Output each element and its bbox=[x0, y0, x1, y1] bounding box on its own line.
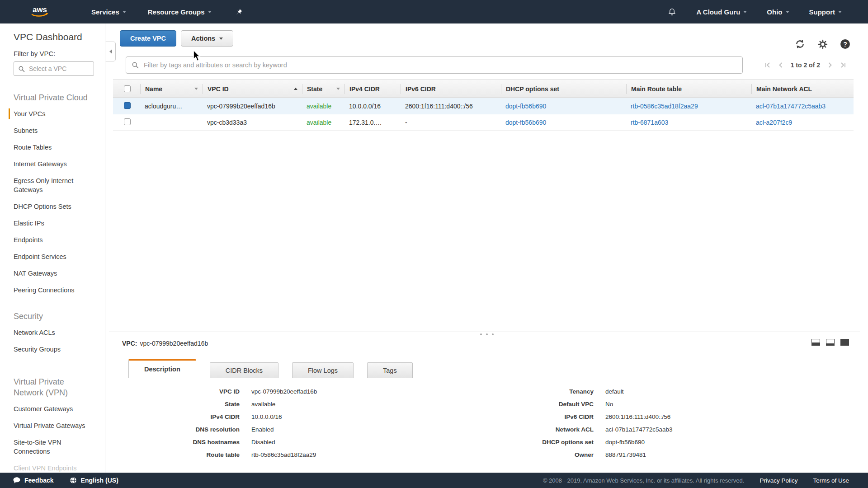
filter-caret-icon[interactable] bbox=[194, 88, 198, 90]
refresh-icon[interactable] bbox=[795, 39, 805, 49]
sidebar-item-subnets[interactable]: Subnets bbox=[14, 126, 96, 135]
column-header-ipv4-cidr[interactable]: IPv4 CIDR bbox=[344, 84, 401, 94]
cell-state: available bbox=[302, 103, 344, 110]
field-network-acl-link[interactable]: acl-07b1a174772c5aab3 bbox=[605, 426, 673, 434]
sidebar-item-nat-gateways[interactable]: NAT Gateways bbox=[14, 269, 96, 278]
sidebar: VPC Dashboard Filter by VPC: Virtual Pri… bbox=[0, 23, 105, 473]
nav-resource-groups-menu[interactable]: Resource Groups bbox=[148, 8, 212, 16]
nav-right-cluster: A Cloud Guru Ohio Support bbox=[668, 8, 868, 16]
create-vpc-button[interactable]: Create VPC bbox=[120, 30, 176, 47]
nav-support-menu[interactable]: Support bbox=[809, 8, 842, 16]
entity-label: VPC: bbox=[122, 340, 137, 347]
field-owner: 888791739481 bbox=[605, 451, 673, 459]
main-content: Create VPC Actions ? bbox=[105, 23, 868, 473]
terms-of-use-link[interactable]: Terms of Use bbox=[813, 477, 849, 484]
pane-layout-full-icon[interactable] bbox=[840, 339, 849, 346]
table-row[interactable]: vpc-cb3d33a3 available 172.31.0.… - dopt… bbox=[113, 114, 854, 131]
sidebar-item-your-vpcs[interactable]: Your VPCs bbox=[14, 109, 96, 118]
nav-account-menu[interactable]: A Cloud Guru bbox=[696, 8, 747, 16]
first-page-button[interactable] bbox=[764, 62, 771, 68]
column-header-ipv6-cidr[interactable]: IPv6 CIDR bbox=[401, 84, 501, 94]
privacy-policy-link[interactable]: Privacy Policy bbox=[760, 477, 797, 484]
vpc-filter-input[interactable] bbox=[28, 65, 90, 73]
sidebar-item-peering-connections[interactable]: Peering Connections bbox=[14, 286, 96, 295]
filter-caret-icon[interactable] bbox=[336, 88, 340, 90]
nav-services-menu[interactable]: Services bbox=[91, 8, 126, 16]
sidebar-section-vpn: Virtual Private Network (VPN) bbox=[14, 376, 96, 398]
sidebar-collapse-button[interactable] bbox=[105, 42, 116, 61]
column-header-state[interactable]: State bbox=[302, 84, 344, 94]
cell-dhcp-options-link[interactable]: dopt-fb56b690 bbox=[501, 103, 626, 110]
cell-vpc-id: vpc-07999b20eeffad16b bbox=[203, 103, 302, 110]
table-filter-search-box[interactable] bbox=[126, 56, 743, 74]
chevron-down-icon bbox=[838, 11, 842, 13]
cell-network-acl-link[interactable]: acl-07b1a174772c5aab3 bbox=[751, 103, 854, 110]
cell-dhcp-options-link[interactable]: dopt-fb56b690 bbox=[501, 119, 626, 126]
field-route-table-link[interactable]: rtb-0586c35ad18f2aa29 bbox=[251, 451, 317, 459]
select-all-cell bbox=[113, 85, 140, 92]
nav-region-menu[interactable]: Ohio bbox=[767, 8, 789, 16]
sidebar-item-virtual-private-gateways[interactable]: Virtual Private Gateways bbox=[14, 421, 96, 430]
column-header-name[interactable]: Name bbox=[140, 84, 203, 94]
row-checkbox[interactable] bbox=[124, 118, 131, 125]
column-header-dhcp-options-set[interactable]: DHCP options set bbox=[501, 84, 626, 94]
globe-icon bbox=[69, 476, 77, 484]
tab-tags[interactable]: Tags bbox=[367, 362, 413, 378]
detail-panel-divider bbox=[109, 332, 860, 332]
description-right-column: Tenancy default Default VPC No IPv6 CIDR… bbox=[472, 388, 673, 459]
tab-flow-logs[interactable]: Flow Logs bbox=[292, 362, 354, 378]
previous-page-button[interactable] bbox=[778, 62, 784, 68]
row-checkbox[interactable] bbox=[124, 102, 131, 109]
notifications-bell-button[interactable] bbox=[668, 8, 676, 16]
column-header-main-route-table[interactable]: Main Route table bbox=[626, 84, 751, 94]
select-all-checkbox[interactable] bbox=[124, 85, 131, 92]
sidebar-item-endpoints[interactable]: Endpoints bbox=[14, 235, 96, 244]
sidebar-item-dhcp-options-sets[interactable]: DHCP Options Sets bbox=[14, 202, 96, 211]
sidebar-item-customer-gateways[interactable]: Customer Gateways bbox=[14, 404, 96, 413]
gear-icon[interactable] bbox=[818, 39, 828, 49]
help-icon[interactable]: ? bbox=[840, 39, 850, 49]
pane-layout-bottom-icon[interactable] bbox=[811, 339, 820, 346]
chevron-down-icon bbox=[208, 11, 212, 13]
pin-icon bbox=[235, 8, 243, 16]
detail-tabs: Description CIDR Blocks Flow Logs Tags bbox=[128, 359, 860, 378]
tab-cidr-blocks[interactable]: CIDR Blocks bbox=[210, 362, 278, 378]
sidebar-item-client-vpn-endpoints[interactable]: Client VPN Endpoints bbox=[14, 464, 96, 473]
actions-button[interactable]: Actions bbox=[181, 30, 233, 47]
column-header-main-network-acl[interactable]: Main Network ACL bbox=[751, 84, 854, 94]
cell-network-acl-link[interactable]: acl-a207f2c9 bbox=[751, 119, 854, 126]
panel-resize-handle[interactable] bbox=[480, 333, 494, 335]
footer: Feedback English (US) © 2008 - 2019, Ama… bbox=[0, 473, 868, 488]
description-left-column: VPC ID vpc-07999b20eeffad16b State avail… bbox=[122, 388, 317, 459]
pane-layout-split-icon[interactable] bbox=[826, 339, 835, 346]
cell-ipv6-cidr: 2600:1f16:111:d400::/56 bbox=[401, 103, 501, 110]
next-page-button[interactable] bbox=[827, 62, 833, 68]
sidebar-item-elastic-ips[interactable]: Elastic IPs bbox=[14, 219, 96, 228]
sidebar-item-internet-gateways[interactable]: Internet Gateways bbox=[14, 160, 96, 169]
sidebar-item-endpoint-services[interactable]: Endpoint Services bbox=[14, 252, 96, 261]
cell-route-table-link[interactable]: rtb-6871a603 bbox=[626, 119, 751, 126]
tab-description[interactable]: Description bbox=[128, 359, 196, 378]
language-selector[interactable]: English (US) bbox=[69, 476, 118, 484]
pin-shortcut-button[interactable] bbox=[235, 8, 243, 16]
sort-ascending-icon bbox=[294, 88, 297, 90]
last-page-button[interactable] bbox=[840, 62, 846, 68]
field-vpc-id: vpc-07999b20eeffad16b bbox=[251, 388, 317, 396]
table-filter-input[interactable] bbox=[143, 61, 737, 69]
field-dhcp-options-link[interactable]: dopt-fb56b690 bbox=[605, 438, 673, 446]
sidebar-item-egress-only-internet-gateways[interactable]: Egress Only Internet Gateways bbox=[14, 176, 96, 194]
cell-ipv4-cidr: 10.0.0.0/16 bbox=[344, 103, 401, 110]
sidebar-item-network-acls[interactable]: Network ACLs bbox=[14, 328, 96, 337]
vpc-table: Name VPC ID State IPv4 CIDR IPv6 CIDR DH… bbox=[113, 80, 854, 131]
table-row[interactable]: acloudguru… vpc-07999b20eeffad16b availa… bbox=[113, 98, 854, 114]
feedback-button[interactable]: Feedback bbox=[13, 476, 54, 484]
sidebar-item-security-groups[interactable]: Security Groups bbox=[14, 345, 96, 354]
field-dns-hostnames: Disabled bbox=[251, 438, 317, 446]
sidebar-item-site-to-site-vpn-connections[interactable]: Site-to-Site VPN Connections bbox=[14, 438, 96, 456]
filter-by-vpc-label: Filter by VPC: bbox=[14, 50, 96, 57]
sidebar-item-route-tables[interactable]: Route Tables bbox=[14, 143, 96, 152]
column-header-vpc-id[interactable]: VPC ID bbox=[203, 84, 302, 94]
cell-route-table-link[interactable]: rtb-0586c35ad18f2aa29 bbox=[626, 103, 751, 110]
aws-logo[interactable]: aws bbox=[28, 4, 52, 19]
vpc-filter-search-box[interactable] bbox=[14, 61, 94, 76]
